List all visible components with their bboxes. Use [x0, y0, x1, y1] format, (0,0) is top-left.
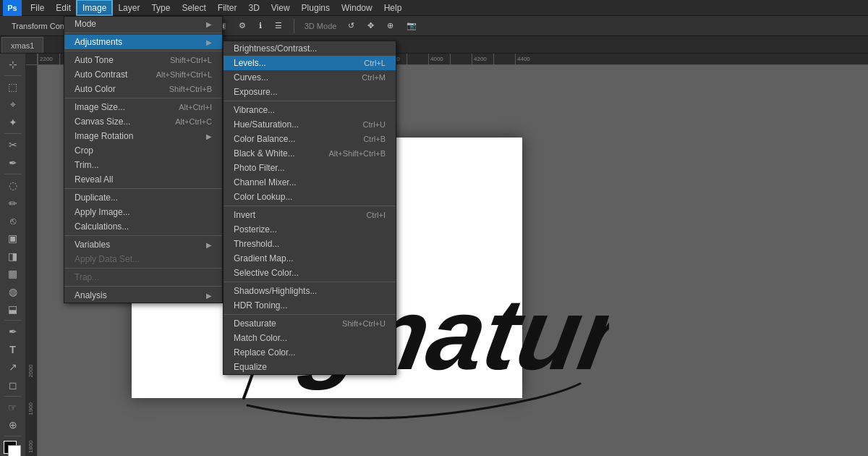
menu-color-lookup[interactable]: Color Lookup...: [224, 190, 396, 204]
menu-vibrance[interactable]: Vibrance...: [224, 103, 396, 117]
tool-sep-3: [4, 174, 22, 174]
pen-tool-btn[interactable]: ✒: [3, 324, 23, 339]
settings-btn[interactable]: ⚙: [234, 20, 250, 32]
menu-threshold[interactable]: Threshold...: [224, 237, 396, 251]
menu-photo-filter[interactable]: Photo Filter...: [224, 161, 396, 175]
menu-type[interactable]: Type: [145, 0, 176, 15]
path-sel-btn[interactable]: ↗: [3, 359, 23, 375]
menu-analysis[interactable]: Analysis ▶: [64, 288, 222, 303]
menu-layer[interactable]: Layer: [112, 0, 145, 15]
menu-crop[interactable]: Crop: [64, 143, 222, 158]
menu-image-rotation[interactable]: Image Rotation ▶: [64, 129, 222, 143]
tool-sep-5: [4, 396, 22, 397]
menu-image[interactable]: Image: [77, 0, 112, 15]
menu-select[interactable]: Select: [176, 0, 211, 15]
divider-2: [294, 19, 294, 33]
menu-channel-mixer[interactable]: Channel Mixer...: [224, 175, 396, 190]
menu-hue-saturation[interactable]: Hue/Saturation... Ctrl+U: [224, 117, 396, 132]
menu-calculations[interactable]: Calculations...: [64, 219, 222, 234]
menu-curves[interactable]: Curves... Ctrl+M: [224, 70, 396, 85]
marquee-tool-btn[interactable]: ⬚: [3, 79, 23, 95]
eyedropper-tool-btn[interactable]: ✒: [3, 155, 23, 171]
threed-pan[interactable]: ✥: [363, 20, 378, 32]
menu-auto-color[interactable]: Auto Color Shift+Ctrl+B: [64, 82, 222, 96]
menu-shadows-highlights[interactable]: Shadows/Highlights...: [224, 284, 396, 298]
ps-logo: Ps: [3, 0, 22, 16]
menu-auto-tone[interactable]: Auto Tone Shift+Ctrl+L: [64, 53, 222, 67]
zoom-tool-btn[interactable]: ⊕: [3, 417, 23, 433]
extra-btn[interactable]: ☰: [271, 20, 286, 32]
sep-7: [64, 286, 222, 287]
document-tab[interactable]: xmas1: [1, 37, 43, 53]
menu-exposure[interactable]: Exposure...: [224, 85, 396, 99]
menu-duplicate[interactable]: Duplicate...: [64, 190, 222, 205]
brush-tool-btn[interactable]: ✏: [3, 195, 23, 211]
menu-apply-data-set: Apply Data Set...: [64, 252, 222, 266]
menu-gradient-map[interactable]: Gradient Map...: [224, 251, 396, 266]
menu-brightness-contrast[interactable]: Brightness/Contrast...: [224, 41, 396, 56]
menu-canvas-size[interactable]: Canvas Size... Alt+Ctrl+C: [64, 114, 222, 129]
analysis-arrow: ▶: [206, 292, 212, 300]
menu-bar: Ps File Edit Image Layer Type Select Fil…: [0, 0, 868, 16]
menu-desaturate[interactable]: Desaturate Shift+Ctrl+U: [224, 316, 396, 331]
tool-sep-4: [4, 320, 22, 321]
threed-camera[interactable]: 📷: [402, 20, 421, 32]
hand-tool-btn[interactable]: ☞: [3, 400, 23, 415]
move-tool-btn[interactable]: ⊹: [3, 56, 23, 72]
menu-3d[interactable]: 3D: [242, 0, 265, 15]
menu-auto-contrast[interactable]: Auto Contrast Alt+Shift+Ctrl+L: [64, 67, 222, 82]
menu-color-balance[interactable]: Color Balance... Ctrl+B: [224, 132, 396, 146]
menu-black-white[interactable]: Black & White... Alt+Shift+Ctrl+B: [224, 146, 396, 161]
adj-sep-1: [224, 101, 396, 101]
adj-sep-2: [224, 206, 396, 206]
menu-levels[interactable]: Levels... Ctrl+L: [224, 56, 396, 70]
menu-help[interactable]: Help: [378, 0, 408, 15]
adj-sep-4: [224, 314, 396, 315]
menu-file[interactable]: File: [25, 0, 50, 15]
dodge-tool-btn[interactable]: ⬓: [3, 301, 23, 317]
menu-apply-image[interactable]: Apply Image...: [64, 205, 222, 219]
healing-tool-btn[interactable]: ◌: [3, 177, 23, 193]
color-swatches[interactable]: [4, 441, 22, 456]
menu-plugins[interactable]: Plugins: [296, 0, 336, 15]
menu-equalize[interactable]: Equalize: [224, 360, 396, 374]
blur-tool-btn[interactable]: ◍: [3, 283, 23, 299]
menu-reveal-all[interactable]: Reveal All: [64, 172, 222, 187]
menu-trim[interactable]: Trim...: [64, 158, 222, 172]
menu-invert[interactable]: Invert Ctrl+I: [224, 208, 396, 222]
history-brush-btn[interactable]: ▣: [3, 230, 23, 246]
menu-window[interactable]: Window: [336, 0, 378, 15]
menu-hdr-toning[interactable]: HDR Toning...: [224, 298, 396, 313]
variables-arrow: ▶: [206, 241, 212, 249]
menu-mode[interactable]: Mode ▶: [64, 17, 222, 31]
sep-4: [64, 188, 222, 189]
clone-tool-btn[interactable]: ⎋: [3, 213, 23, 229]
shape-tool-btn[interactable]: ◻: [3, 376, 23, 392]
menu-selective-color[interactable]: Selective Color...: [224, 266, 396, 280]
magic-wand-tool-btn[interactable]: ✦: [3, 114, 23, 130]
menu-adjustments[interactable]: Adjustments ▶: [64, 35, 222, 49]
menu-filter[interactable]: Filter: [212, 0, 243, 15]
menu-view[interactable]: View: [265, 0, 296, 15]
adj-sep-3: [224, 282, 396, 282]
menu-image-size[interactable]: Image Size... Alt+Ctrl+I: [64, 100, 222, 114]
menu-edit[interactable]: Edit: [50, 0, 77, 15]
tool-sep-2: [4, 133, 22, 134]
info-btn[interactable]: ℹ: [255, 20, 266, 32]
adjustments-arrow: ▶: [206, 38, 212, 46]
menu-match-color[interactable]: Match Color...: [224, 331, 396, 345]
tool-sep-1: [4, 75, 22, 76]
mode-arrow: ▶: [206, 20, 212, 28]
type-tool-btn[interactable]: T: [3, 342, 23, 358]
gradient-tool-btn[interactable]: ▦: [3, 266, 23, 282]
threed-zoom[interactable]: ⊕: [383, 20, 398, 32]
menu-replace-color[interactable]: Replace Color...: [224, 345, 396, 360]
threed-rotate[interactable]: ↺: [344, 20, 359, 32]
menu-posterize[interactable]: Posterize...: [224, 222, 396, 237]
menu-variables[interactable]: Variables ▶: [64, 237, 222, 252]
sep-5: [64, 235, 222, 236]
crop-tool-btn[interactable]: ✂: [3, 137, 23, 153]
sep-3: [64, 98, 222, 98]
eraser-tool-btn[interactable]: ◨: [3, 248, 23, 264]
lasso-tool-btn[interactable]: ⌖: [3, 97, 23, 113]
